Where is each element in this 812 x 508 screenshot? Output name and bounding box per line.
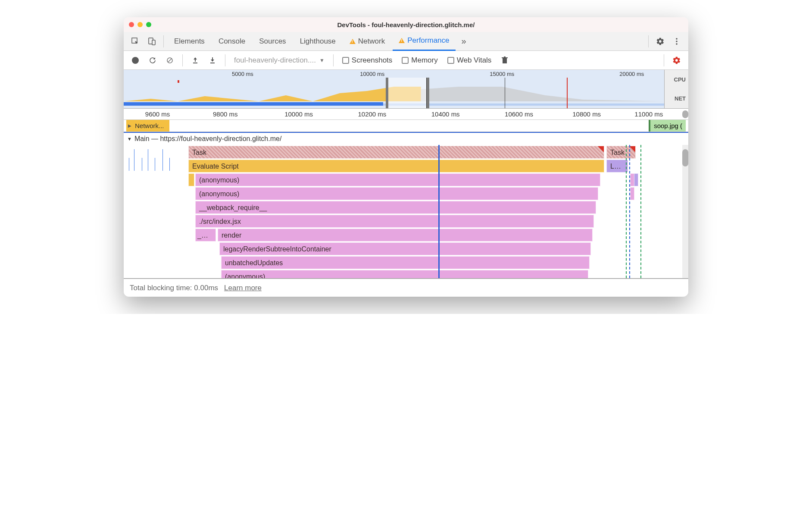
overview-selection[interactable] — [386, 78, 429, 108]
network-request-soop[interactable]: soop.jpg ( — [649, 120, 686, 132]
flame-layout[interactable]: L… — [606, 160, 628, 172]
fcp-marker — [626, 145, 627, 278]
ruler-scroll-thumb[interactable] — [682, 110, 688, 118]
total-blocking-time: Total blocking time: 0.00ms — [130, 284, 218, 292]
devtools-window: DevTools - foul-heavenly-direction.glitc… — [124, 17, 688, 297]
flame-task-2[interactable]: Task — [606, 146, 636, 159]
caret-down-icon: ▼ — [319, 57, 325, 63]
svg-rect-11 — [502, 57, 508, 58]
record-button[interactable] — [128, 53, 143, 68]
flame-sliver[interactable] — [630, 187, 634, 200]
flame-anonymous-3[interactable]: (anonymous) — [221, 270, 588, 279]
webvitals-checkbox[interactable]: Web Vitals — [444, 56, 495, 65]
tab-performance[interactable]: Performance — [393, 32, 455, 51]
svg-rect-8 — [193, 63, 197, 63]
flame-sliver[interactable] — [188, 173, 194, 186]
divider — [333, 54, 334, 66]
garbage-collect-icon[interactable] — [497, 53, 512, 68]
save-profile-icon[interactable] — [205, 53, 220, 68]
kebab-menu-icon[interactable] — [669, 34, 684, 49]
svg-point-3 — [676, 38, 678, 40]
titlebar: DevTools - foul-heavenly-direction.glitc… — [124, 17, 688, 32]
warning-icon — [350, 39, 356, 44]
svg-rect-12 — [504, 56, 506, 57]
timeline-overview[interactable]: 5000 ms 10000 ms 15000 ms 20000 ms CPU N… — [124, 70, 688, 109]
settings-icon[interactable] — [653, 34, 668, 49]
memory-checkbox[interactable]: Memory — [398, 56, 441, 65]
svg-rect-2 — [152, 40, 155, 45]
inspect-icon[interactable] — [128, 34, 143, 49]
clear-button[interactable] — [162, 53, 177, 68]
flame-task-1[interactable]: Task — [188, 146, 604, 159]
tab-elements[interactable]: Elements — [168, 32, 211, 51]
collapse-arrow-icon: ▼ — [127, 136, 132, 141]
summary-footer: Total blocking time: 0.00ms Learn more — [124, 279, 688, 297]
divider — [664, 54, 664, 66]
svg-rect-9 — [210, 63, 215, 63]
flame-scroll-thumb[interactable] — [682, 149, 688, 166]
timeline-marker[interactable] — [438, 145, 440, 278]
network-lane[interactable]: Network... soop.jpg ( — [124, 120, 688, 132]
svg-point-4 — [676, 41, 678, 42]
overview-labels: CPU NET — [664, 70, 688, 108]
flame-src-index[interactable]: ./src/index.jsx — [195, 215, 594, 228]
flame-render[interactable]: render — [218, 229, 593, 241]
main-track-title: Main — https://foul-heavenly-direction.g… — [134, 135, 281, 143]
flame-chart[interactable]: Task Task Evaluate Script L… (anonymous)… — [124, 145, 688, 279]
tab-sources[interactable]: Sources — [253, 32, 292, 51]
detail-ruler[interactable]: 9600 ms 9800 ms 10000 ms 10200 ms 10400 … — [124, 109, 688, 120]
divider — [163, 35, 164, 47]
overview-net-bar — [124, 102, 383, 106]
more-tabs[interactable]: » — [457, 36, 471, 46]
reload-button[interactable] — [145, 53, 160, 68]
dcl-marker — [629, 145, 630, 278]
frame-ticks — [128, 145, 184, 171]
network-lane-label[interactable]: Network... — [126, 120, 169, 132]
screenshots-checkbox[interactable]: Screenshots — [339, 56, 396, 65]
flame-anonymous-2[interactable]: (anonymous) — [195, 187, 598, 200]
divider — [648, 35, 649, 47]
tab-lighthouse[interactable]: Lighthouse — [294, 32, 342, 51]
flame-legacy-render[interactable]: legacyRenderSubtreeIntoContainer — [219, 242, 591, 255]
svg-point-5 — [676, 43, 678, 45]
overview-ticks: 5000 ms 10000 ms 15000 ms 20000 ms — [124, 71, 664, 78]
tab-network[interactable]: Network — [344, 32, 391, 51]
tab-performance-label: Performance — [407, 36, 449, 45]
flame-anonymous-1[interactable]: (anonymous) — [195, 173, 600, 186]
profile-select[interactable]: foul-heavenly-direction.... ▼ — [231, 56, 328, 65]
window-title: DevTools - foul-heavenly-direction.glitc… — [124, 21, 688, 28]
svg-line-7 — [168, 58, 172, 62]
load-profile-icon[interactable] — [188, 53, 203, 68]
flame-webpack-require[interactable]: __webpack_require__ — [195, 201, 596, 214]
performance-toolbar: foul-heavenly-direction.... ▼ Screenshot… — [124, 51, 688, 70]
capture-settings-icon[interactable] — [669, 53, 684, 68]
lcp-marker — [640, 145, 641, 278]
divider — [225, 54, 225, 66]
flame-evaluate-script[interactable]: Evaluate Script — [188, 160, 604, 172]
flame-unbatched-updates[interactable]: unbatchedUpdates — [221, 256, 590, 269]
device-toggle-icon[interactable] — [144, 34, 159, 49]
flame-sliver[interactable] — [634, 173, 638, 186]
tab-console[interactable]: Console — [212, 32, 251, 51]
main-tabs: Elements Console Sources Lighthouse Netw… — [124, 32, 688, 51]
flame-underscore[interactable]: _… — [195, 229, 216, 241]
divider — [182, 54, 183, 66]
tab-network-label: Network — [358, 37, 385, 46]
main-track-header[interactable]: ▼ Main — https://foul-heavenly-direction… — [124, 132, 688, 145]
learn-more-link[interactable]: Learn more — [224, 284, 262, 292]
warning-icon — [399, 38, 405, 43]
svg-rect-10 — [503, 58, 507, 63]
profile-select-label: foul-heavenly-direction.... — [234, 56, 316, 65]
